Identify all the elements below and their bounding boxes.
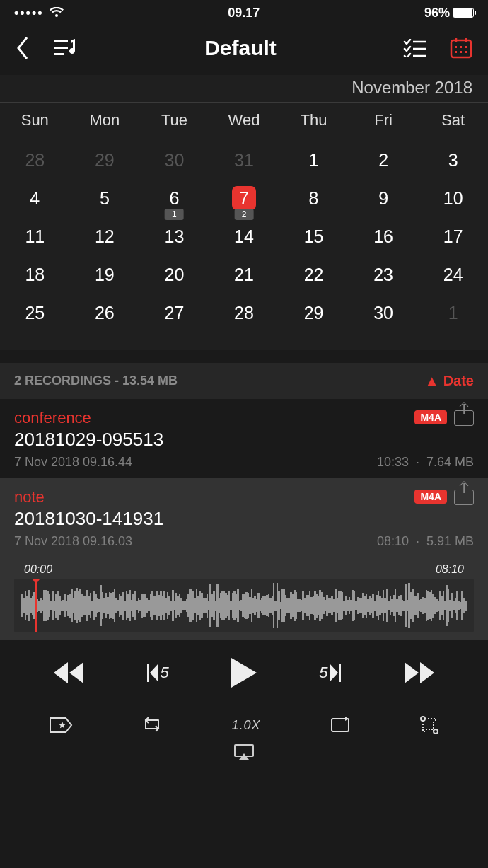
playback-controls: 5 5: [0, 640, 488, 702]
sort-label: Date: [443, 373, 474, 389]
day-cell[interactable]: 8: [279, 179, 349, 217]
day-cell[interactable]: 16: [349, 217, 419, 255]
day-cell[interactable]: 3: [418, 141, 488, 179]
day-cell[interactable]: 30: [349, 294, 419, 332]
dow-cell: Fri: [349, 108, 419, 132]
day-cell[interactable]: 5: [70, 179, 140, 217]
tag-icon[interactable]: [49, 717, 73, 734]
svg-rect-6: [451, 40, 471, 57]
day-cell[interactable]: 10: [418, 179, 488, 217]
playlist-icon[interactable]: [54, 38, 78, 58]
day-cell[interactable]: 22: [279, 255, 349, 294]
skip-fwd-label: 5: [319, 664, 327, 682]
skip-forward-button[interactable]: 5: [319, 664, 340, 682]
day-cell[interactable]: 11: [0, 217, 70, 255]
day-cell[interactable]: 19: [70, 255, 140, 294]
svg-rect-10: [460, 46, 462, 48]
day-cell[interactable]: 4: [0, 179, 70, 217]
month-label[interactable]: November 2018: [0, 75, 488, 103]
day-cell[interactable]: 28: [0, 141, 70, 179]
waveform[interactable]: [14, 579, 474, 632]
day-cell[interactable]: 61: [139, 179, 209, 217]
recording-item[interactable]: conference 20181029-095513 M4A 7 Nov 201…: [0, 399, 488, 478]
day-cell[interactable]: 31: [209, 141, 279, 179]
dow-cell: Wed: [209, 108, 279, 132]
wave-start-time: 00:00: [24, 563, 52, 576]
dow-row: SunMonTueWedThuFriSat: [0, 103, 488, 141]
day-cell[interactable]: 29: [279, 294, 349, 332]
svg-rect-14: [465, 51, 467, 53]
svg-rect-12: [455, 51, 457, 53]
battery-icon: [453, 8, 474, 18]
day-cell[interactable]: 1: [418, 294, 488, 332]
status-bar: ••••• 09.17 96%: [0, 0, 488, 25]
share-icon[interactable]: [454, 410, 474, 426]
sort-button[interactable]: ▲ Date: [425, 373, 474, 389]
day-cell[interactable]: 9: [349, 179, 419, 217]
day-cell[interactable]: 18: [0, 255, 70, 294]
day-cell[interactable]: 20: [139, 255, 209, 294]
dow-cell: Tue: [139, 108, 209, 132]
recording-name: conference: [14, 409, 163, 427]
recordings-summary-bar: 2 RECORDINGS - 13.54 MB ▲ Date: [0, 363, 488, 399]
recording-name: note: [14, 488, 163, 507]
recordings-summary: 2 RECORDINGS - 13.54 MB: [14, 374, 178, 388]
calendar-icon[interactable]: [450, 37, 472, 59]
day-cell[interactable]: 14: [209, 217, 279, 255]
dow-cell: Mon: [70, 108, 140, 132]
svg-rect-1: [54, 47, 68, 49]
day-cell[interactable]: 15: [279, 217, 349, 255]
repeat-icon[interactable]: [330, 717, 351, 734]
svg-rect-11: [465, 46, 467, 48]
playhead[interactable]: [35, 579, 37, 632]
recording-title: 20181029-095513: [14, 429, 163, 451]
skip-back-button[interactable]: 5: [147, 664, 168, 682]
checklist-icon[interactable]: [403, 39, 426, 57]
dow-cell: Sat: [418, 108, 488, 132]
day-cell[interactable]: 17: [418, 217, 488, 255]
svg-rect-0: [54, 40, 68, 42]
day-cell[interactable]: 25: [0, 294, 70, 332]
clock-text: 09.17: [228, 6, 260, 21]
svg-rect-17: [332, 719, 349, 731]
day-cell[interactable]: 28: [209, 294, 279, 332]
airplay-icon[interactable]: [233, 743, 255, 760]
day-cell[interactable]: 72: [209, 179, 279, 217]
day-cell[interactable]: 24: [418, 255, 488, 294]
recording-item[interactable]: note 20181030-141931 M4A 7 Nov 2018 09.1…: [0, 478, 488, 557]
recording-datetime: 7 Nov 2018 09.16.44: [14, 455, 132, 470]
fast-forward-button[interactable]: [403, 662, 436, 683]
day-cell[interactable]: 27: [139, 294, 209, 332]
svg-rect-16: [339, 664, 341, 682]
day-cell[interactable]: 12: [70, 217, 140, 255]
wave-end-time: 08:10: [436, 563, 464, 576]
page-title: Default: [204, 36, 277, 60]
day-cell[interactable]: 30: [139, 141, 209, 179]
waveform-area: 00:00 08:10: [0, 557, 488, 640]
day-cell[interactable]: 13: [139, 217, 209, 255]
airplay-row: [0, 739, 488, 770]
day-cell[interactable]: 29: [70, 141, 140, 179]
loop-icon[interactable]: [141, 716, 163, 734]
day-cell[interactable]: 26: [70, 294, 140, 332]
calendar: November 2018 SunMonTueWedThuFriSat 2829…: [0, 75, 488, 350]
speed-button[interactable]: 1.0X: [231, 718, 260, 733]
day-cell[interactable]: 1: [279, 141, 349, 179]
format-badge: M4A: [414, 410, 447, 424]
trim-icon[interactable]: [419, 715, 439, 735]
share-icon[interactable]: [454, 490, 474, 505]
recording-datetime: 7 Nov 2018 09.16.03: [14, 534, 132, 549]
recording-stats: 10:33 · 7.64 MB: [377, 455, 474, 470]
bottom-toolbar: 1.0X: [0, 702, 488, 739]
rewind-button[interactable]: [52, 662, 85, 683]
day-cell[interactable]: 2: [349, 141, 419, 179]
back-icon[interactable]: [16, 36, 30, 60]
svg-rect-9: [455, 46, 457, 48]
svg-rect-2: [54, 53, 64, 55]
day-cell[interactable]: 21: [209, 255, 279, 294]
svg-point-18: [421, 717, 425, 721]
svg-rect-15: [147, 664, 149, 682]
format-badge: M4A: [414, 490, 447, 504]
day-cell[interactable]: 23: [349, 255, 419, 294]
play-button[interactable]: [231, 658, 257, 688]
